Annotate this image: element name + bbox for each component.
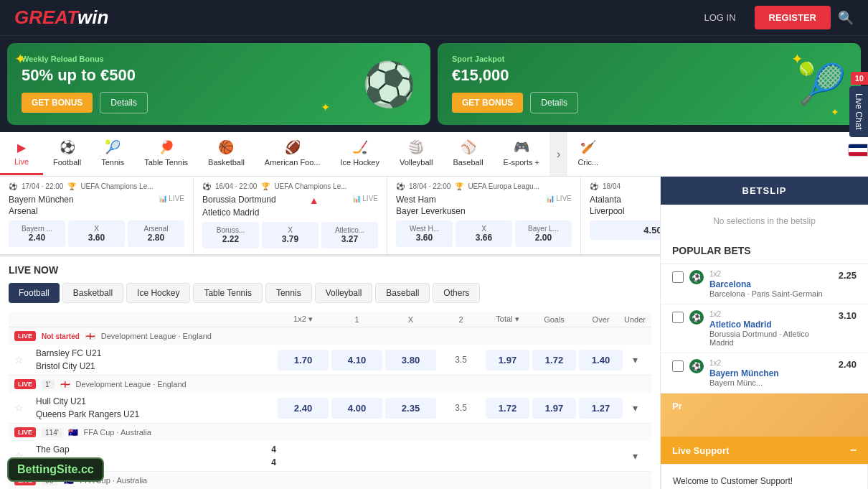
bet-checkbox-0[interactable] (672, 271, 684, 283)
match-card-2: ⚽ 18/04 · 22:00 🏆 UEFA Europa Leagu... W… (387, 177, 581, 254)
match-0-gg[interactable]: 1.40 (579, 350, 623, 371)
match-card-3-football-icon: ⚽ (590, 182, 598, 190)
uk-flag-button[interactable] (848, 144, 868, 157)
live-support-bar[interactable]: Live Support − (661, 437, 868, 464)
bet-type-1: 1x2 (709, 310, 833, 318)
tab-basketball[interactable]: Basketball (62, 283, 123, 303)
sport-item-baseball[interactable]: ⚾ Baseball (443, 132, 493, 176)
match-0-odd-x[interactable]: 4.10 (331, 350, 382, 371)
sport-esports-label: E-sports + (504, 158, 539, 167)
sport-item-esports[interactable]: 🎮 E-sports + (494, 132, 549, 176)
sport-baseball-label: Baseball (453, 158, 483, 167)
match-0-odd-2[interactable]: 3.80 (385, 350, 436, 371)
match-row-0-body: ☆ Barnsley FC U21 Bristol City U21 1.70 … (9, 345, 651, 375)
match-2-expand[interactable]: ▾ (624, 450, 646, 462)
match-1-over[interactable]: 1.72 (486, 398, 529, 419)
match-0-fav-icon[interactable]: ☆ (14, 354, 36, 365)
tab-football[interactable]: Football (9, 283, 60, 303)
sport-item-football[interactable]: ⚽ Football (43, 132, 91, 176)
sport-live-label: Live (14, 157, 29, 166)
american-football-icon: 🏈 (285, 139, 301, 155)
match-card-1-odd-0-value: 2.22 (208, 234, 253, 244)
tab-tennis[interactable]: Tennis (265, 283, 312, 303)
match-0-over[interactable]: 1.97 (486, 350, 529, 371)
match-0-status: Not started (42, 332, 80, 340)
match-card-1: ⚽ 16/04 · 22:00 🏆 UEFA Champions Le... B… (194, 177, 387, 254)
sport-item-cricket[interactable]: 🏏 Cric... (567, 132, 608, 176)
register-button[interactable]: REGISTER (755, 6, 831, 29)
banner-jackpot-title: Sport Jackpot (452, 55, 846, 63)
bet-match-2: Bayern Münc... (709, 378, 833, 387)
bet-sport-icon-2: ⚽ (689, 359, 704, 373)
tab-table-tennis[interactable]: Table Tennis (193, 283, 263, 303)
sport-item-basketball[interactable]: 🏀 Basketball (198, 132, 255, 176)
popular-bet-0: ⚽ 1x2 Barcelona Barcelona · Paris Saint-… (661, 264, 868, 304)
pro-section-teaser: Pr (661, 393, 868, 437)
banner-jackpot-details[interactable]: Details (530, 92, 578, 113)
pro-label: Pr (672, 401, 682, 411)
bet-team-1[interactable]: Atletico Madrid (709, 320, 833, 330)
match-1-odd-1[interactable]: 2.40 (278, 398, 329, 419)
logo-win: win (77, 6, 108, 28)
match-0-under[interactable]: 1.72 (532, 350, 576, 371)
sport-item-tennis[interactable]: 🎾 Tennis (91, 132, 134, 176)
banner-weekly-details[interactable]: Details (100, 92, 148, 113)
match-card-2-odd-1[interactable]: X 3.66 (456, 220, 512, 247)
tab-volleyball[interactable]: Volleyball (315, 283, 373, 303)
search-icon[interactable]: 🔍 (838, 10, 854, 26)
match-card-1-odds: Boruss... 2.22 X 3.79 Atletico... 3.27 (202, 222, 378, 248)
banner-weekly-get-bonus[interactable]: GET BONUS (22, 93, 93, 113)
match-1-odd-x[interactable]: 4.00 (331, 398, 382, 419)
sports-nav-arrow[interactable]: › (549, 132, 567, 176)
cricket-icon: 🏏 (580, 139, 596, 155)
sport-item-table-tennis[interactable]: 🏓 Table Tennis (134, 132, 198, 176)
match-0-league: Development League · England (101, 332, 212, 340)
tab-baseball[interactable]: Baseball (375, 283, 430, 303)
tab-ice-hockey[interactable]: Ice Hockey (126, 283, 190, 303)
match-1-expand[interactable]: ▾ (624, 402, 646, 414)
banner-jackpot-stars2: ✦ (831, 106, 839, 118)
sport-item-live[interactable]: ▶ Live (0, 134, 43, 175)
match-1-gg[interactable]: 1.27 (579, 398, 623, 419)
match-card-0-odd-1[interactable]: X 3.60 (68, 220, 125, 247)
match-card-1-odd-0[interactable]: Boruss... 2.22 (202, 222, 259, 248)
bet-team-0[interactable]: Barcelona (709, 279, 833, 289)
match-card-1-indicator: ▲ (309, 195, 319, 206)
match-card-0-odd-2[interactable]: Arsenal 2.80 (128, 220, 184, 247)
bet-checkbox-1[interactable] (672, 312, 684, 323)
match-1-odd-2[interactable]: 2.35 (385, 398, 436, 419)
login-button[interactable]: LOG IN (692, 6, 747, 29)
match-1-fav-icon[interactable]: ☆ (14, 402, 36, 414)
match-card-1-league: UEFA Champions Le... (274, 182, 346, 190)
match-0-expand[interactable]: ▾ (624, 354, 646, 365)
side-chat-button[interactable]: Live Chat (849, 86, 868, 137)
tab-others[interactable]: Others (433, 283, 480, 303)
odds-col-onex2[interactable]: 1x2 ▾ (276, 315, 330, 324)
live-now-section: LIVE NOW Football Basketball Ice Hockey … (0, 257, 660, 489)
match-card-3-odd-0[interactable]: 4.50 (590, 220, 660, 240)
match-1-under[interactable]: 1.97 (532, 398, 576, 419)
match-2-score1-num: 4 (271, 444, 276, 455)
popular-bet-2: ⚽ 1x2 Bayern München Bayern Münc... 2.40 (661, 353, 868, 393)
match-card-1-odd-2-label: Atletico... (327, 226, 372, 234)
match-card-0-odd-0[interactable]: Bayern ... 2.40 (9, 220, 65, 247)
match-row-2-header: LIVE 114' 🇦🇺 FFA Cup · Australia (9, 424, 651, 441)
match-card-3: ⚽ 18/04 Atalanta Liverpool 4.50 (581, 177, 660, 254)
match-row-3-header: LIVE 96' 🇦🇺 FFA Cup · Australia (9, 472, 651, 489)
main-content: ⚽ 17/04 · 22:00 🏆 UEFA Champions Le... B… (0, 177, 868, 489)
sport-item-volleyball[interactable]: 🏐 Volleyball (390, 132, 443, 176)
volleyball-icon: 🏐 (408, 139, 424, 155)
match-card-2-odd-0[interactable]: West H... 3.60 (396, 220, 453, 247)
bet-checkbox-2[interactable] (672, 360, 684, 372)
match-card-0-odd-0-value: 2.40 (14, 233, 60, 243)
match-card-1-odd-1[interactable]: X 3.79 (262, 222, 319, 248)
sport-item-ice-hockey[interactable]: 🏒 Ice Hockey (331, 132, 390, 176)
bet-team-2[interactable]: Bayern München (709, 368, 833, 378)
match-card-2-odd-2[interactable]: Bayer L... 2.00 (515, 220, 572, 247)
live-badge-0: LIVE (14, 331, 36, 341)
match-0-odd-1[interactable]: 1.70 (278, 350, 329, 371)
banner-jackpot-get-bonus[interactable]: GET BONUS (452, 93, 523, 113)
odds-col-total[interactable]: Total ▾ (484, 315, 531, 324)
sport-item-american-football[interactable]: 🏈 American Foo... (255, 132, 331, 176)
match-card-1-odd-2[interactable]: Atletico... 3.27 (321, 222, 378, 248)
